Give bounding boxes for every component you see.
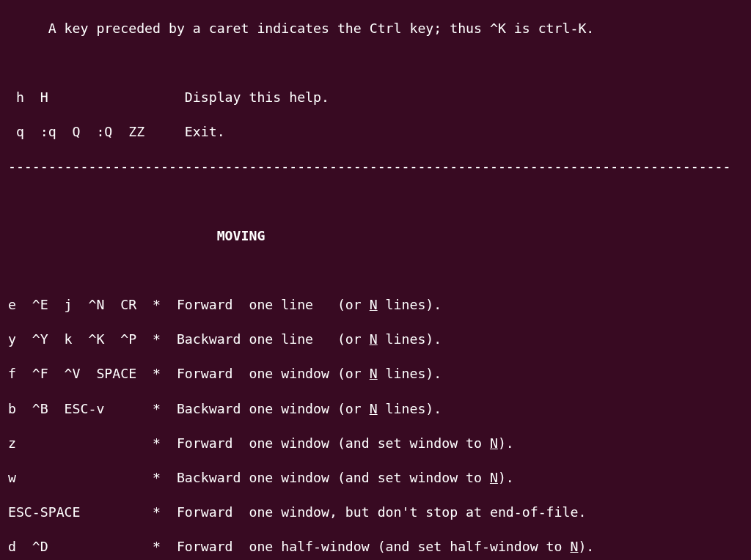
moving-row: z * Forward one window (and set window t… [0,435,751,452]
blank-line [0,54,751,72]
moving-row: w * Backward one window (and set window … [0,469,751,487]
divider: ----------------------------------------… [0,158,751,175]
basic-row: h H Display this help. [0,89,751,106]
moving-row: e ^E j ^N CR * Forward one line (or N li… [0,296,751,314]
blank-line [0,262,751,279]
blank-line [0,193,751,210]
moving-row: f ^F ^V SPACE * Forward one window (or N… [0,365,751,383]
moving-row: d ^D * Forward one half-window (and set … [0,538,751,556]
moving-row: y ^Y k ^K ^P * Backward one line (or N l… [0,331,751,348]
terminal-viewport[interactable]: A key preceded by a caret indicates the … [0,0,751,560]
intro-text: A key preceded by a caret indicates the … [0,20,751,37]
moving-row: b ^B ESC-v * Backward one window (or N l… [0,400,751,418]
section-title: MOVING [0,227,751,245]
moving-row: ESC-SPACE * Forward one window, but don'… [0,504,751,521]
basic-row: q :q Q :Q ZZ Exit. [0,123,751,141]
